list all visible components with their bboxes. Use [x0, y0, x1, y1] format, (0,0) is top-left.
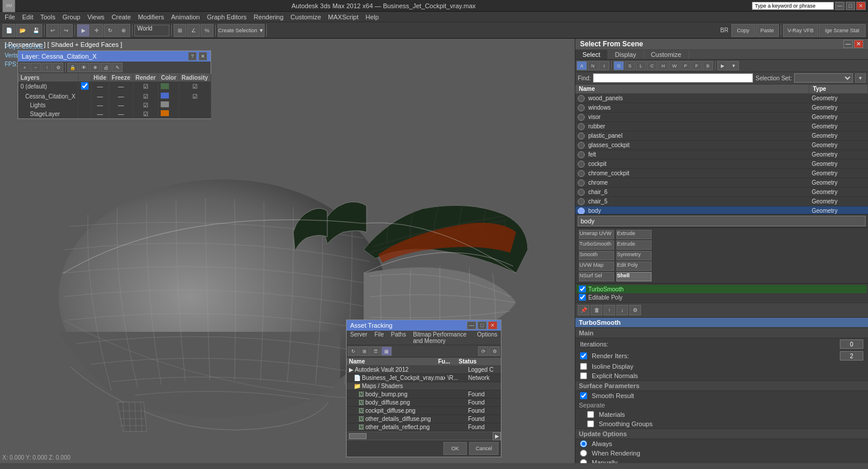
menu-edit[interactable]: Edit	[19, 13, 37, 21]
ts-manually-radio[interactable]	[580, 459, 587, 463]
ts-materials-checkbox[interactable]	[587, 411, 594, 418]
asset-cancel-btn[interactable]: Cancel	[469, 442, 499, 455]
scene-none-btn[interactable]: N	[588, 61, 598, 70]
scene-row-chair_6[interactable]: chair_6 Geometry	[575, 188, 868, 197]
scene-invert-btn[interactable]: I	[599, 61, 609, 70]
min-button[interactable]: —	[835, 2, 845, 10]
move-up-mod-btn[interactable]: ↑	[603, 305, 615, 315]
scene-row-windows[interactable]: windows Geometry	[575, 103, 868, 113]
turbosmooth-add-btn[interactable]: TurboSmooth	[579, 240, 614, 250]
new-btn[interactable]: 📄	[2, 24, 15, 37]
tab-display[interactable]: Display	[608, 50, 644, 59]
ts-render-iters-input[interactable]	[840, 351, 863, 361]
layer-close-btn[interactable]: ✕	[199, 52, 207, 60]
ts-iterations-input[interactable]	[840, 339, 863, 349]
menu-graph-editors[interactable]: Graph Editors	[204, 13, 250, 21]
paste-btn[interactable]: Paste	[755, 24, 779, 37]
layer-row-cessna[interactable]: Cessna_Citation_X — — ☑ ☑	[18, 92, 211, 101]
nsurf-sel-btn[interactable]: NSurf Sel	[579, 272, 614, 281]
layer-radiosity-lights[interactable]	[179, 101, 211, 110]
layer-radiosity-default[interactable]: ☑	[179, 81, 211, 92]
layer-hide-lights[interactable]: —	[91, 101, 109, 110]
asset-row-other-diff[interactable]: 🖼other_details_diffuse.png Found	[347, 415, 501, 423]
scene-row-plastic_panel[interactable]: plastic_panel Geometry	[575, 131, 868, 141]
layer-render-btn[interactable]: 🖨	[101, 63, 111, 72]
menu-file[interactable]: File	[1, 13, 19, 21]
save-btn[interactable]: 💾	[29, 24, 42, 37]
scene-row-body[interactable]: body Geometry	[575, 206, 868, 214]
close-button[interactable]: ✕	[856, 2, 866, 10]
menu-group[interactable]: Group	[59, 13, 84, 21]
scene-min-btn[interactable]: —	[843, 40, 853, 48]
ts-explicit-normals-checkbox[interactable]	[580, 372, 587, 379]
configure-btn[interactable]: ⚙	[629, 305, 641, 315]
smooth-btn[interactable]: Smooth	[579, 251, 614, 260]
scene-helper-btn[interactable]: H	[658, 61, 669, 70]
layer-freeze-lights[interactable]: —	[109, 101, 133, 110]
asset-scrollbar-h[interactable]: ▶	[347, 431, 501, 440]
scene-camera-btn[interactable]: C	[647, 61, 657, 70]
scene-bone-btn[interactable]: B	[703, 61, 713, 70]
layer-render-default[interactable]: ☑	[133, 81, 158, 92]
find-input[interactable]	[593, 73, 753, 83]
modifier-editable-poly[interactable]: Editable Poly	[577, 293, 867, 301]
undo-btn[interactable]: ↩	[46, 24, 59, 37]
ts-always-radio[interactable]	[580, 440, 587, 447]
scene-row-chrome_cockpit[interactable]: chrome_cockpit Geometry	[575, 169, 868, 178]
scene-stat-btn[interactable]: ige Scene Stat	[819, 24, 866, 37]
extrude-btn-2[interactable]: Extrude	[616, 240, 652, 250]
scene-expand-btn[interactable]: ▶	[717, 61, 728, 70]
layer-row-default[interactable]: 0 (default) — — ☑ ☑	[18, 81, 211, 92]
layer-render-lights[interactable]: ☑	[133, 101, 158, 110]
layer-hide-stage[interactable]: —	[91, 110, 109, 118]
search-input-area[interactable]: Type a keyword or phrase	[752, 2, 834, 10]
layer-render-cessna[interactable]: ☑	[133, 92, 158, 101]
asset-refresh-btn[interactable]: ↻	[348, 346, 358, 356]
menu-customize[interactable]: Customize	[287, 13, 324, 21]
modifier-turbosmooth-checkbox[interactable]	[579, 286, 586, 293]
menu-animation[interactable]: Animation	[168, 13, 204, 21]
asset-close-btn[interactable]: ✕	[488, 321, 497, 329]
scene-collapse-btn[interactable]: ▼	[728, 61, 739, 70]
scene-row-felt[interactable]: felt Geometry	[575, 150, 868, 159]
edit-poly-btn[interactable]: Edit Poly	[616, 261, 652, 271]
ts-smooth-result-checkbox[interactable]	[580, 392, 587, 399]
snap-btn[interactable]: ⊞	[174, 24, 187, 37]
scene-group-btn[interactable]: P	[680, 61, 691, 70]
select-btn[interactable]: ▶	[77, 24, 90, 37]
scene-row-chrome[interactable]: chrome Geometry	[575, 178, 868, 188]
scene-geometry-btn[interactable]: G	[613, 61, 624, 70]
layer-radiosity-cessna[interactable]: ☑	[179, 92, 211, 101]
menu-rendering[interactable]: Rendering	[250, 13, 287, 21]
layer-freeze-default[interactable]: —	[109, 81, 133, 92]
layer-settings-btn[interactable]: ⚙	[53, 63, 63, 72]
modifier-turbosmooth[interactable]: TurboSmooth	[577, 285, 867, 293]
asset-min-btn[interactable]: —	[467, 321, 476, 329]
vray-vfb-btn[interactable]: V-Ray VFB	[783, 24, 818, 37]
scale-btn[interactable]: ⊕	[117, 24, 130, 37]
layer-add-btn[interactable]: +	[19, 63, 30, 72]
scene-foreign-btn[interactable]: F	[691, 61, 702, 70]
shell-btn[interactable]: Shell	[616, 272, 652, 281]
scene-row-chair_5[interactable]: chair_5 Geometry	[575, 197, 868, 206]
extrude-btn-1[interactable]: Extrude	[616, 230, 652, 239]
move-down-mod-btn[interactable]: ↓	[616, 305, 628, 315]
asset-menu-server[interactable]: Server	[347, 331, 371, 345]
asset-row-body-bump[interactable]: 🖼body_bump.png Found	[347, 390, 501, 399]
coord-system-dropdown[interactable]: World	[134, 25, 169, 36]
scene-filter-btn[interactable]: ▼	[855, 73, 866, 83]
layer-freeze-cessna[interactable]: —	[109, 92, 133, 101]
ts-isoline-checkbox[interactable]	[580, 363, 587, 370]
menu-create[interactable]: Create	[108, 13, 134, 21]
pin-btn[interactable]: 📌	[578, 305, 589, 315]
selection-set-dropdown[interactable]	[794, 73, 853, 83]
viewport[interactable]: [ Perspective ] [ Shaded + Edged Faces ]…	[0, 39, 575, 463]
layer-row-lights[interactable]: Lights — — ☑	[18, 101, 211, 110]
max-button[interactable]: □	[846, 2, 855, 10]
asset-list-btn[interactable]: ☰	[370, 346, 381, 356]
layer-color-default[interactable]	[158, 81, 179, 92]
asset-menu-paths[interactable]: Paths	[388, 331, 410, 345]
menu-help[interactable]: Help	[362, 13, 382, 21]
layer-vis-btn[interactable]: 👁	[79, 63, 89, 72]
menu-views[interactable]: Views	[84, 13, 108, 21]
